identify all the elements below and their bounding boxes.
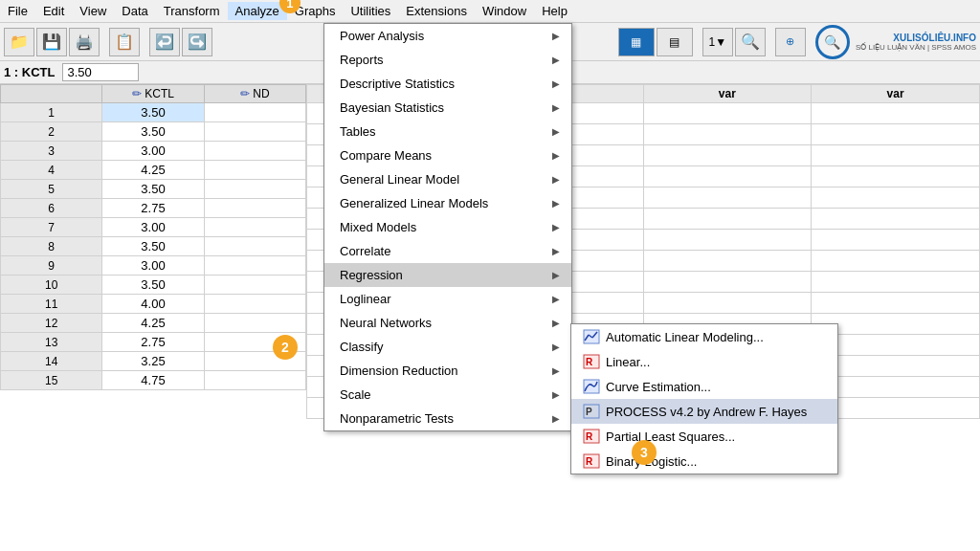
cell-kctl[interactable]: 2.75 — [102, 333, 204, 352]
cell-nd[interactable] — [204, 180, 305, 199]
var-cell[interactable] — [643, 145, 812, 166]
var-cell[interactable] — [643, 209, 812, 230]
cell-value-input[interactable] — [62, 63, 139, 81]
open-button[interactable]: 📁 — [4, 28, 34, 56]
var-cell[interactable] — [812, 293, 980, 314]
save-button[interactable]: 💾 — [36, 28, 67, 56]
cell-nd[interactable] — [204, 237, 305, 256]
goto-button[interactable]: 1▼ — [702, 28, 733, 56]
insert-cases-button[interactable]: ⊕ — [775, 28, 806, 56]
cell-kctl[interactable]: 3.00 — [102, 142, 204, 161]
menu-generalized-linear-models[interactable]: Generalized Linear Models ▶ — [324, 191, 571, 215]
reg-linear[interactable]: R Linear... — [571, 349, 837, 374]
undo-button[interactable]: ↩️ — [149, 28, 180, 56]
var-view-button[interactable]: ▤ — [657, 28, 693, 56]
menu-extensions[interactable]: Extensions — [398, 2, 475, 20]
cell-nd[interactable] — [204, 295, 305, 314]
menu-data[interactable]: Data — [114, 2, 155, 20]
cell-kctl[interactable]: 3.50 — [102, 122, 204, 142]
menu-help[interactable]: Help — [534, 2, 575, 20]
cell-nd[interactable] — [204, 142, 305, 161]
var-cell[interactable] — [643, 103, 812, 124]
cell-kctl[interactable]: 2.75 — [102, 199, 204, 218]
menu-utilities[interactable]: Utilities — [343, 2, 398, 20]
var-cell[interactable] — [812, 103, 980, 124]
cell-nd[interactable] — [204, 122, 305, 142]
reg-process[interactable]: P PROCESS v4.2 by Andrew F. Hayes — [571, 399, 837, 424]
dialog-button[interactable]: 📋 — [109, 28, 140, 56]
menu-window[interactable]: Window — [475, 2, 534, 20]
menu-general-linear-model[interactable]: General Linear Model ▶ — [324, 167, 571, 191]
var-cell[interactable] — [812, 272, 980, 293]
menu-analyze[interactable]: Analyze 1 — [228, 2, 287, 20]
col-header-nd[interactable]: ✏ ND — [204, 85, 305, 103]
cell-kctl[interactable]: 4.25 — [102, 314, 204, 333]
search-icon-btn[interactable]: 🔍 — [815, 25, 850, 59]
menu-bayesian-statistics[interactable]: Bayesian Statistics ▶ — [324, 96, 571, 120]
cell-kctl[interactable]: 3.50 — [102, 237, 204, 256]
cell-kctl[interactable]: 3.50 — [102, 103, 204, 122]
cell-nd[interactable] — [204, 103, 305, 122]
menu-regression[interactable]: Regression ▶ — [324, 263, 571, 287]
menu-dimension-reduction[interactable]: Dimension Reduction ▶ — [324, 359, 571, 383]
menu-compare-means[interactable]: Compare Means ▶ — [324, 143, 571, 167]
var-cell[interactable] — [812, 209, 980, 230]
arrow-icon: ▶ — [552, 246, 560, 256]
cell-kctl[interactable]: 3.50 — [102, 180, 204, 199]
menu-descriptive-statistics[interactable]: Descriptive Statistics ▶ — [324, 72, 571, 96]
var-cell[interactable] — [643, 124, 812, 145]
var-cell[interactable] — [812, 230, 980, 251]
cell-nd[interactable] — [204, 314, 305, 333]
cell-kctl[interactable]: 4.25 — [102, 161, 204, 180]
var-cell[interactable] — [643, 187, 812, 209]
var-cell[interactable] — [812, 166, 980, 187]
var-cell[interactable] — [812, 124, 980, 145]
menu-view[interactable]: View — [72, 2, 114, 20]
var-cell[interactable] — [812, 145, 980, 166]
menu-power-analysis[interactable]: Power Analysis ▶ — [324, 24, 571, 48]
cell-nd[interactable] — [204, 276, 305, 295]
var-cell[interactable] — [643, 230, 812, 251]
redo-button[interactable]: ↪️ — [182, 28, 212, 56]
arrow-icon: ▶ — [552, 174, 560, 185]
cell-nd[interactable] — [204, 161, 305, 180]
cell-kctl[interactable]: 3.00 — [102, 218, 204, 237]
var-cell[interactable] — [643, 293, 812, 314]
col-header-kctl[interactable]: ✏ KCTL — [102, 85, 204, 103]
cell-kctl[interactable]: 4.00 — [102, 295, 204, 314]
cell-kctl[interactable]: 3.50 — [102, 276, 204, 295]
var-cell[interactable] — [643, 272, 812, 293]
menu-transform[interactable]: Transform — [156, 2, 228, 20]
cell-kctl[interactable]: 4.75 — [102, 371, 204, 390]
menu-scale[interactable]: Scale ▶ — [324, 383, 571, 407]
menu-nonparametric-tests[interactable]: Nonparametric Tests ▶ — [324, 407, 571, 430]
menu-file[interactable]: File — [0, 2, 35, 20]
var-cell[interactable] — [643, 251, 812, 272]
cell-nd[interactable] — [204, 256, 305, 276]
data-view-button[interactable]: ▦ — [618, 28, 655, 56]
reg-binary-logistic[interactable]: R Binary Logistic... — [571, 449, 837, 474]
reg-curve-estimation[interactable]: Curve Estimation... — [571, 374, 837, 399]
var-cell[interactable] — [812, 251, 980, 272]
menu-edit[interactable]: Edit — [35, 2, 72, 20]
menu-reports[interactable]: Reports ▶ — [324, 48, 571, 72]
menu-mixed-models[interactable]: Mixed Models ▶ — [324, 215, 571, 239]
find-button[interactable]: 🔍 — [735, 28, 766, 56]
menu-loglinear[interactable]: Loglinear ▶ — [324, 287, 571, 311]
cell-kctl[interactable]: 3.00 — [102, 256, 204, 276]
menu-classify[interactable]: Classify ▶ — [324, 335, 571, 359]
menu-neural-networks[interactable]: Neural Networks ▶ — [324, 311, 571, 335]
cell-nd[interactable] — [204, 199, 305, 218]
reg-partial-least-squares[interactable]: R Partial Least Squares... — [571, 424, 837, 449]
reg-auto-linear[interactable]: Automatic Linear Modeling... — [571, 324, 837, 349]
cell-nd[interactable] — [204, 218, 305, 237]
var-cell[interactable] — [643, 166, 812, 187]
correlate-label: Correlate — [340, 244, 390, 258]
menu-tables[interactable]: Tables ▶ — [324, 120, 571, 143]
cell-nd[interactable] — [204, 371, 305, 390]
cell-kctl[interactable]: 3.25 — [102, 352, 204, 371]
menu-correlate[interactable]: Correlate ▶ — [324, 239, 571, 263]
spreadsheet: ✏ KCTL ✏ ND 13.5023.5033.0044.2553.5062.… — [0, 84, 306, 551]
var-cell[interactable] — [812, 187, 980, 209]
print-button[interactable]: 🖨️ — [69, 28, 100, 56]
